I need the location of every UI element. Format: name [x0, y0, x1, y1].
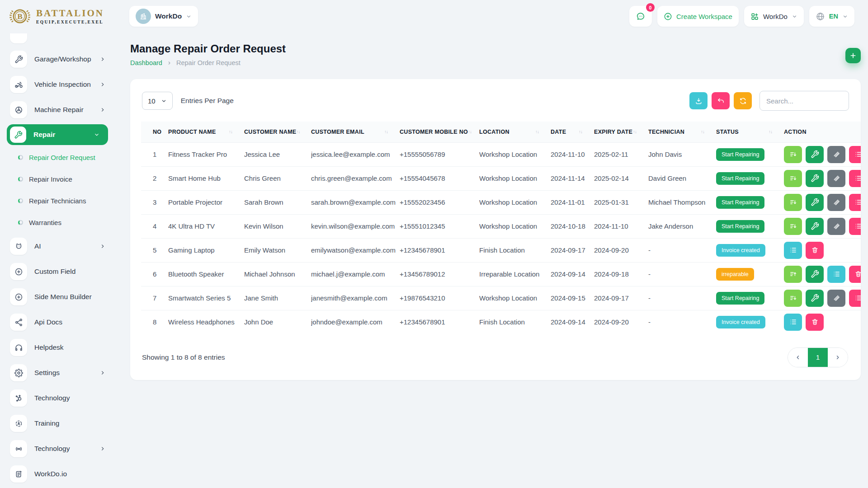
- sort-down-action-button[interactable]: [784, 146, 802, 163]
- sidebar-item-workdo-io[interactable]: WorkDo.io: [10, 465, 118, 483]
- sort-down-action-button[interactable]: [784, 290, 802, 307]
- list-action-button[interactable]: [784, 242, 802, 259]
- pagination-next-button[interactable]: [828, 348, 848, 367]
- sidebar-item-technology[interactable]: Technology: [10, 440, 118, 457]
- list-action-button[interactable]: [827, 266, 845, 283]
- sidebar-item-partial: [10, 33, 27, 43]
- list-action-button[interactable]: [849, 290, 861, 307]
- cell-technician: -: [648, 262, 716, 286]
- cell-technician: Michael Thompson: [648, 190, 716, 214]
- sidebar-item-helpdesk[interactable]: Helpdesk: [10, 339, 118, 356]
- sidebar-item-technology[interactable]: Technology: [10, 389, 118, 407]
- column-label: EXPIRY DATE: [594, 129, 632, 135]
- sidebar-item-vehicle-inspection[interactable]: Vehicle Inspection: [10, 76, 118, 93]
- sidebar-item-ai[interactable]: AI: [10, 238, 118, 255]
- cell-location: Workshop Location: [479, 166, 551, 190]
- column-header-status[interactable]: STATUS↑↓: [716, 122, 784, 142]
- pagination-page-1[interactable]: 1: [808, 348, 828, 367]
- wrench-action-button[interactable]: [806, 146, 824, 163]
- cell-customer-name: Kevin Wilson: [244, 214, 311, 238]
- list-action-button[interactable]: [849, 146, 861, 163]
- sidebar-item-settings[interactable]: Settings: [10, 364, 118, 381]
- status-badge[interactable]: Start Repairing: [716, 172, 764, 185]
- status-badge[interactable]: irreparable: [716, 268, 754, 281]
- sort-down-action-button[interactable]: [784, 218, 802, 235]
- list-action-button[interactable]: [849, 218, 861, 235]
- status-badge[interactable]: Start Repairing: [716, 196, 764, 209]
- signal-action-button[interactable]: [827, 170, 845, 187]
- column-header-product-name[interactable]: PRODUCT NAME↑↓: [168, 122, 244, 142]
- topbar: B BATTALION EQUIP,EXECUTE,EXEL WorkDo 0: [0, 0, 868, 33]
- search-input[interactable]: [760, 91, 849, 111]
- wrench-action-button[interactable]: [806, 266, 824, 283]
- sidebar-item-garage-workshop[interactable]: Garage/Workshop: [10, 51, 118, 68]
- trash-action-button[interactable]: [849, 266, 861, 283]
- column-header-location[interactable]: LOCATION↑↓: [479, 122, 551, 142]
- sidebar-item-label: Training: [34, 419, 59, 427]
- status-badge[interactable]: Invoice created: [716, 316, 765, 328]
- sidebar-subitem-repair-invoice[interactable]: Repair Invoice: [18, 173, 118, 185]
- bullet-ring-icon: [18, 177, 23, 182]
- refresh-button[interactable]: [734, 92, 752, 109]
- sidebar-item-training[interactable]: Training: [10, 415, 118, 432]
- sidebar-subitem-repair-technicians[interactable]: Repair Technicians: [18, 194, 118, 207]
- list-action-button[interactable]: [784, 314, 802, 331]
- apps-menu-button[interactable]: WorkDo: [744, 6, 804, 27]
- cell-customer-email: kevin.wilson@example.com: [311, 214, 400, 238]
- list-action-button[interactable]: [849, 194, 861, 211]
- export-button[interactable]: [689, 92, 708, 109]
- sidebar-item-label: Technology: [34, 445, 70, 453]
- status-badge[interactable]: Start Repairing: [716, 292, 764, 305]
- add-repair-order-button[interactable]: [845, 48, 861, 63]
- sort-arrows-icon: ↑↓: [535, 129, 546, 134]
- status-badge[interactable]: Invoice created: [716, 244, 765, 257]
- pagination-prev-button[interactable]: [788, 348, 808, 367]
- breadcrumb-dashboard-link[interactable]: Dashboard: [130, 59, 162, 66]
- sidebar-item-label: Technology: [34, 394, 70, 402]
- trash-action-button[interactable]: [806, 314, 824, 331]
- cell-date: 2024-11-01: [551, 190, 594, 214]
- signal-action-button[interactable]: [827, 218, 845, 235]
- cell-technician: -: [648, 238, 716, 262]
- column-header-technician[interactable]: TECHNICIAN↑↓: [648, 122, 716, 142]
- sidebar-item-side-menu-builder[interactable]: Side Menu Builder: [10, 288, 118, 305]
- ai-icon: [10, 238, 27, 255]
- status-badge[interactable]: Start Repairing: [716, 148, 764, 161]
- column-header-customer-name[interactable]: CUSTOMER NAME↑↓: [244, 122, 311, 142]
- column-header-customer-mobile-no[interactable]: CUSTOMER MOBILE NO↑↓: [400, 122, 479, 142]
- chat-button[interactable]: 0: [629, 6, 652, 27]
- sidebar-item-api-docs[interactable]: Api Docs: [10, 314, 118, 331]
- sidebar-subitem-repair-order-request[interactable]: Repair Order Request: [18, 151, 118, 164]
- sidebar-item-label: Vehicle Inspection: [34, 80, 91, 89]
- brand-tagline: EQUIP,EXECUTE,EXEL: [36, 20, 104, 24]
- sidebar-item-custom-field[interactable]: Custom Field: [10, 263, 118, 280]
- cell-customer-mobile: +19876543210: [400, 286, 479, 310]
- create-workspace-button[interactable]: Create Workspace: [657, 6, 739, 27]
- signal-action-button[interactable]: [827, 146, 845, 163]
- column-header-customer-email[interactable]: CUSTOMER EMAIL↑↓: [311, 122, 400, 142]
- sidebar-item-machine-repair[interactable]: Machine Repair: [10, 101, 118, 118]
- sidebar-item-repair[interactable]: Repair: [7, 124, 108, 145]
- column-label: STATUS: [716, 129, 739, 135]
- status-badge[interactable]: Start Repairing: [716, 220, 764, 233]
- wrench-action-button[interactable]: [806, 194, 824, 211]
- svg-text:B: B: [17, 12, 23, 21]
- list-action-button[interactable]: [849, 170, 861, 187]
- language-selector[interactable]: EN: [809, 6, 854, 27]
- sort-up-action-button[interactable]: [784, 266, 802, 283]
- sort-down-action-button[interactable]: [784, 170, 802, 187]
- undo-button[interactable]: [712, 92, 730, 109]
- entries-per-page-select[interactable]: 10: [142, 92, 173, 110]
- column-header-expiry-date[interactable]: EXPIRY DATE↑↓: [594, 122, 648, 142]
- wrench-action-button[interactable]: [806, 218, 824, 235]
- wrench-action-button[interactable]: [806, 170, 824, 187]
- trash-action-button[interactable]: [806, 242, 824, 259]
- workspace-selector[interactable]: WorkDo: [129, 6, 198, 27]
- wrench-action-button[interactable]: [806, 290, 824, 307]
- column-header-date[interactable]: DATE↑↓: [551, 122, 594, 142]
- signal-action-button[interactable]: [827, 290, 845, 307]
- sort-down-action-button[interactable]: [784, 194, 802, 211]
- cell-technician: -: [648, 286, 716, 310]
- signal-action-button[interactable]: [827, 194, 845, 211]
- sidebar-subitem-warranties[interactable]: Warranties: [18, 216, 118, 229]
